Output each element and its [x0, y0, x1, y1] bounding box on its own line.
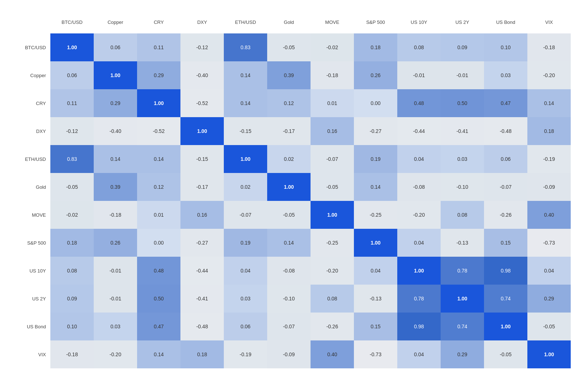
cell-1-9: -0.01: [441, 61, 484, 89]
col-header-cry: CRY: [137, 11, 180, 33]
cell-1-2: 0.29: [137, 61, 180, 89]
cell-3-0: -0.12: [50, 117, 94, 145]
cell-6-1: -0.18: [94, 201, 137, 229]
cell-7-4: 0.19: [224, 229, 267, 257]
cell-8-7: 0.04: [354, 257, 397, 285]
cell-0-1: 0.06: [94, 33, 137, 61]
cell-7-7: 1.00: [354, 229, 397, 257]
cell-6-4: -0.07: [224, 201, 267, 229]
cell-8-4: 0.04: [224, 257, 267, 285]
cell-2-11: 0.14: [527, 89, 571, 117]
col-header-vix: VIX: [527, 11, 571, 33]
cell-1-7: 0.26: [354, 61, 397, 89]
cell-8-10: 0.98: [484, 257, 527, 285]
cell-9-4: 0.03: [224, 285, 267, 313]
cell-3-9: -0.41: [441, 117, 484, 145]
cell-3-3: 1.00: [180, 117, 224, 145]
cell-11-10: -0.05: [484, 340, 527, 368]
cell-4-7: 0.19: [354, 145, 397, 173]
cell-2-7: 0.00: [354, 89, 397, 117]
cell-10-11: -0.05: [527, 313, 571, 340]
row-label-vix: VIX: [17, 340, 50, 368]
cell-0-6: -0.02: [311, 33, 354, 61]
col-header-move: MOVE: [311, 11, 354, 33]
cell-9-3: -0.41: [180, 285, 224, 313]
row-label-sp500: S&P 500: [17, 229, 50, 257]
cell-9-6: 0.08: [311, 285, 354, 313]
cell-8-2: 0.48: [137, 257, 180, 285]
cell-11-8: 0.04: [397, 340, 441, 368]
cell-1-1: 1.00: [94, 61, 137, 89]
cell-9-5: -0.10: [267, 285, 311, 313]
cell-11-1: -0.20: [94, 340, 137, 368]
cell-0-2: 0.11: [137, 33, 180, 61]
cell-8-3: -0.44: [180, 257, 224, 285]
col-header-ethusd: ETH/USD: [224, 11, 267, 33]
cell-4-8: 0.04: [397, 145, 441, 173]
cell-3-1: -0.40: [94, 117, 137, 145]
cell-11-6: 0.40: [311, 340, 354, 368]
cell-8-8: 1.00: [397, 257, 441, 285]
cell-2-8: 0.48: [397, 89, 441, 117]
cell-4-11: -0.19: [527, 145, 571, 173]
cell-5-7: 0.14: [354, 173, 397, 201]
cell-6-8: -0.20: [397, 201, 441, 229]
cell-2-3: -0.52: [180, 89, 224, 117]
cell-0-7: 0.18: [354, 33, 397, 61]
row-label-cry: CRY: [17, 89, 50, 117]
cell-2-4: 0.14: [224, 89, 267, 117]
cell-6-3: 0.16: [180, 201, 224, 229]
cell-0-10: 0.10: [484, 33, 527, 61]
cell-2-5: 0.12: [267, 89, 311, 117]
cell-2-10: 0.47: [484, 89, 527, 117]
cell-5-8: -0.08: [397, 173, 441, 201]
row-label-copper: Copper: [17, 61, 50, 89]
cell-3-11: 0.18: [527, 117, 571, 145]
corner-cell: [17, 11, 50, 33]
cell-5-1: 0.39: [94, 173, 137, 201]
col-header-gold: Gold: [267, 11, 311, 33]
cell-11-9: 0.29: [441, 340, 484, 368]
row-label-btcusd: BTC/USD: [17, 33, 50, 61]
cell-3-10: -0.48: [484, 117, 527, 145]
cell-7-11: -0.73: [527, 229, 571, 257]
cell-4-5: 0.02: [267, 145, 311, 173]
row-label-gold: Gold: [17, 173, 50, 201]
cell-5-4: 0.02: [224, 173, 267, 201]
cell-0-11: -0.18: [527, 33, 571, 61]
cell-0-0: 1.00: [50, 33, 94, 61]
cell-7-5: 0.14: [267, 229, 311, 257]
cell-5-6: -0.05: [311, 173, 354, 201]
cell-9-0: 0.09: [50, 285, 94, 313]
cell-0-4: 0.83: [224, 33, 267, 61]
cell-8-0: 0.08: [50, 257, 94, 285]
cell-0-5: -0.05: [267, 33, 311, 61]
cell-6-2: 0.01: [137, 201, 180, 229]
cell-3-8: -0.44: [397, 117, 441, 145]
cell-10-6: -0.26: [311, 313, 354, 340]
cell-4-3: -0.15: [180, 145, 224, 173]
cell-11-7: -0.73: [354, 340, 397, 368]
cell-6-9: 0.08: [441, 201, 484, 229]
cell-3-4: -0.15: [224, 117, 267, 145]
cell-5-5: 1.00: [267, 173, 311, 201]
cell-3-7: -0.27: [354, 117, 397, 145]
cell-11-4: -0.19: [224, 340, 267, 368]
cell-10-9: 0.74: [441, 313, 484, 340]
cell-1-10: 0.03: [484, 61, 527, 89]
cell-4-10: 0.06: [484, 145, 527, 173]
col-header-us10y: US 10Y: [397, 11, 441, 33]
col-header-sp500: S&P 500: [354, 11, 397, 33]
cell-3-2: -0.52: [137, 117, 180, 145]
cell-10-2: 0.47: [137, 313, 180, 340]
cell-6-10: -0.26: [484, 201, 527, 229]
cell-7-8: 0.04: [397, 229, 441, 257]
row-label-dxy: DXY: [17, 117, 50, 145]
cell-3-5: -0.17: [267, 117, 311, 145]
cell-1-0: 0.06: [50, 61, 94, 89]
cell-10-0: 0.10: [50, 313, 94, 340]
col-header-dxy: DXY: [180, 11, 224, 33]
cell-2-9: 0.50: [441, 89, 484, 117]
cell-0-9: 0.09: [441, 33, 484, 61]
cell-5-0: -0.05: [50, 173, 94, 201]
